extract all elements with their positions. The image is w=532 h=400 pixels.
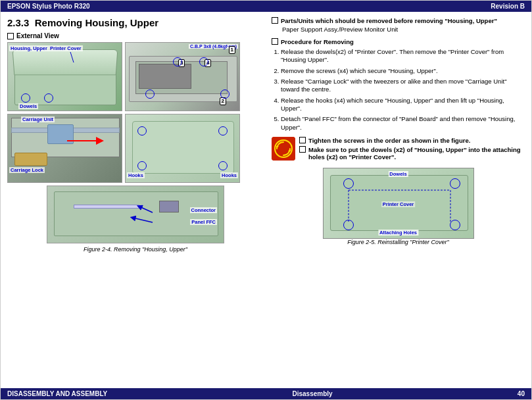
circle-dowels-2 (44, 93, 53, 103)
header-left: EPSON Stylus Photo R320 (7, 3, 90, 10)
procedure-label: Procedure for Removing (281, 38, 354, 45)
right-column: Parts/Units which should be removed befo… (272, 17, 525, 383)
printer-cover-r-label: Printer Cover (381, 201, 416, 207)
steps-list: Release the dowels(x2) of "Printer Cover… (272, 48, 525, 132)
footer-left: DISASSEMBLY AND ASSEMBLY (7, 390, 107, 397)
panel-arrows (47, 186, 224, 243)
reassembly-notes: Tighten the screws in the order as shown… (299, 137, 525, 162)
header-right: Revision B (491, 3, 525, 10)
parts-item-1: Paper Support Assy./Preview Monitor Unit (282, 26, 525, 33)
checkbox-note1 (299, 137, 306, 143)
panel-ffc-label: Panel FFC (190, 219, 217, 225)
parts-section: Parts/Units which should be removed befo… (272, 17, 525, 33)
figure-4-caption: Figure 2-4. Removing "Housing, Upper" (7, 246, 264, 253)
svg-line-0 (70, 52, 74, 63)
reassembly-svg (272, 137, 295, 161)
circle-screw-4 (220, 89, 230, 99)
panel-image-container: Connector Panel FFC (7, 186, 264, 243)
checkbox-procedure (272, 38, 278, 45)
procedure-section: Procedure for Removing Release the dowel… (272, 38, 525, 132)
parts-header: Parts/Units which should be removed befo… (272, 17, 525, 24)
reassembly-box: Tighten the screws in the order as shown… (272, 137, 525, 162)
circle-hook-3 (137, 161, 147, 170)
circle-screw-1 (173, 57, 182, 66)
image-hooks: Hooks Hooks (125, 114, 240, 183)
circle-screw-3 (145, 89, 155, 99)
page-header: EPSON Stylus Photo R320 Revision B (1, 1, 531, 12)
circle-hook-4 (218, 161, 228, 170)
footer-right: 40 (518, 390, 525, 397)
checkbox-parts (272, 17, 278, 24)
svg-line-3 (133, 218, 153, 222)
left-column: 2.3.3 Removing Housing, Upper External V… (7, 17, 264, 383)
page-footer: DISASSEMBLY AND ASSEMBLY Disassembly 40 (1, 388, 531, 399)
image-panel-ffc: Connector Panel FFC (47, 186, 224, 243)
figure-5-caption: Figure 2-5. Reinstalling "Printer Cover" (272, 239, 525, 245)
step-1: Release the dowels(x2) of "Printer Cover… (281, 48, 525, 64)
image-printer-cover: C.B.P 3x8 (4.6kgf·cm) 1 3 4 2 (125, 42, 240, 111)
dowels-r-label: Dowels (388, 171, 408, 177)
dowels-label: Dowels (18, 103, 38, 109)
svg-line-2 (139, 207, 153, 213)
reassembly-note-2: Make sure to put the dowels (x2) of "Hou… (299, 146, 525, 161)
procedure-header: Procedure for Removing (272, 38, 525, 45)
reassembly-icon (272, 137, 295, 161)
num-1: 1 (229, 46, 235, 54)
section-title: 2.3.3 Removing Housing, Upper (7, 17, 264, 28)
checkbox-external (7, 33, 14, 39)
circle-dowels-1 (21, 93, 30, 103)
step-5: Detach "Panel FFC" from the connector of… (281, 115, 525, 132)
figure-5-container: Dowels Printer Cover Attaching Holes Fig… (272, 168, 525, 245)
carriage-lock-label: Carriage Lock (9, 167, 45, 173)
main-content: 2.3.3 Removing Housing, Upper External V… (1, 12, 531, 388)
hooks1-label: Hooks (127, 172, 145, 178)
carriage-unit-label: Carriage Unit (21, 116, 55, 122)
parts-list: Paper Support Assy./Preview Monitor Unit (272, 26, 525, 33)
middle-image-row: Carriage Unit Carriage Lock Hooks Hooks (7, 114, 264, 183)
reassembly-note-1: Tighten the screws in the order as shown… (299, 137, 525, 144)
page: EPSON Stylus Photo R320 Revision B 2.3.3… (0, 0, 532, 400)
reinstall-image: Dowels Printer Cover Attaching Holes (323, 168, 474, 239)
image-housing-upper: Housing, Upper Printer Cover Dowels (7, 42, 122, 111)
connector-label: Connector (190, 207, 218, 213)
step-3: Release "Carriage Lock" with the tweezer… (281, 78, 525, 94)
circle-screw-2 (199, 57, 208, 66)
external-view-label: External View (7, 32, 264, 39)
image-carriage: Carriage Unit Carriage Lock (7, 114, 122, 183)
circle-hook-1 (137, 126, 147, 136)
circle-hook-2 (218, 126, 228, 136)
attaching-holes-label: Attaching Holes (378, 230, 418, 236)
top-image-row: Housing, Upper Printer Cover Dowels C.B.… (7, 42, 264, 111)
checkbox-note2 (299, 146, 306, 153)
step-2: Remove the screws (x4) which secure "Hou… (281, 67, 525, 75)
hooks2-label: Hooks (220, 172, 238, 178)
step-4: Release the hooks (x4) which secure "Hou… (281, 97, 525, 113)
footer-center: Disassembly (292, 390, 332, 397)
